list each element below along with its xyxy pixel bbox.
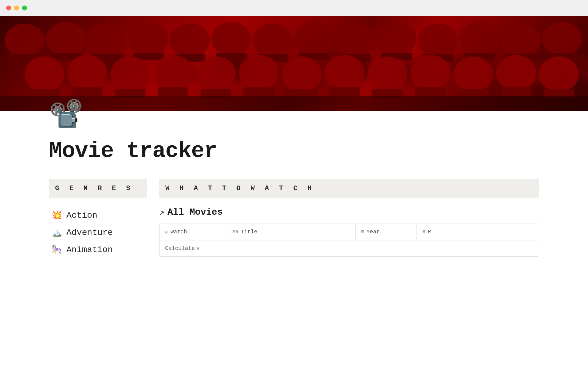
svg-point-3: [129, 22, 168, 56]
page-title: Movie tracker: [49, 139, 539, 164]
svg-point-29: [67, 55, 107, 90]
svg-point-8: [335, 24, 375, 57]
content-grid: G E N R E S 💥 Action 🏔️ Adventure 🎠 Anim…: [0, 179, 588, 258]
svg-point-9: [377, 22, 417, 56]
list-icon-rating: ≡: [422, 229, 425, 235]
genre-item-adventure[interactable]: 🏔️ Adventure: [49, 224, 147, 241]
text-field-icon: Aa: [232, 229, 238, 235]
list-icon-year: ≡: [361, 229, 364, 235]
calculate-row[interactable]: Calculate ∨: [160, 240, 539, 256]
watch-section: W H A T T O W A T C H ↗ All Movies ☑ Wat…: [159, 179, 539, 258]
svg-point-12: [501, 24, 541, 57]
svg-rect-48: [329, 87, 360, 96]
all-movies-link[interactable]: ↗ All Movies: [159, 207, 539, 217]
svg-point-39: [496, 55, 536, 90]
page-icon-area: 📽️: [0, 102, 588, 129]
svg-point-31: [153, 55, 193, 90]
maximize-button[interactable]: [22, 6, 27, 10]
page-title-area: Movie tracker: [0, 129, 588, 179]
col-rating-label: R: [428, 229, 431, 235]
svg-point-36: [368, 56, 407, 92]
calculate-label: Calculate: [165, 245, 195, 251]
table-col-rating[interactable]: ≡ R: [417, 224, 447, 240]
svg-point-10: [418, 24, 458, 57]
genre-item-action[interactable]: 💥 Action: [49, 207, 147, 224]
svg-rect-42: [72, 87, 103, 96]
svg-point-4: [170, 24, 210, 57]
checkbox-icon: ☑: [165, 229, 168, 235]
svg-point-32: [196, 56, 236, 92]
svg-point-5: [211, 22, 251, 56]
chevron-down-icon: ∨: [197, 246, 199, 251]
svg-point-35: [325, 55, 364, 90]
genres-list: 💥 Action 🏔️ Adventure 🎠 Animation: [49, 207, 147, 258]
svg-point-0: [5, 24, 44, 57]
page-icon: 📽️: [49, 102, 539, 129]
watch-section-header: W H A T T O W A T C H: [159, 179, 539, 198]
svg-point-2: [87, 24, 127, 57]
svg-point-13: [542, 22, 582, 56]
table-col-year[interactable]: ≡ Year: [356, 224, 417, 240]
table-col-title[interactable]: Aa Title: [227, 224, 356, 240]
svg-point-34: [282, 56, 322, 92]
animation-emoji: 🎠: [51, 244, 62, 255]
svg-point-33: [239, 55, 279, 90]
close-button[interactable]: [6, 6, 11, 10]
hero-banner: [0, 16, 588, 111]
movies-database-table: ☑ Watch… Aa Title ≡ Year ≡ R Calculat: [159, 224, 539, 257]
genre-label-adventure: Adventure: [66, 228, 113, 237]
genre-label-action: Action: [66, 211, 97, 220]
table-col-watched[interactable]: ☑ Watch…: [160, 224, 227, 240]
minimize-button[interactable]: [14, 6, 19, 10]
genres-column: G E N R E S 💥 Action 🏔️ Adventure 🎠 Anim…: [49, 179, 147, 258]
svg-rect-44: [158, 87, 188, 96]
genre-label-animation: Animation: [66, 245, 113, 255]
arrow-up-right-icon: ↗: [159, 207, 164, 217]
genre-item-animation[interactable]: 🎠 Animation: [49, 241, 147, 258]
svg-point-11: [459, 22, 499, 56]
all-movies-label: All Movies: [168, 207, 223, 217]
col-watched-label: Watch…: [171, 229, 190, 235]
action-emoji: 💥: [51, 210, 62, 220]
svg-point-38: [453, 56, 493, 92]
svg-point-37: [410, 55, 450, 90]
svg-point-30: [110, 56, 150, 92]
window-chrome: [0, 0, 588, 16]
svg-rect-52: [501, 87, 531, 96]
adventure-emoji: 🏔️: [51, 227, 62, 238]
svg-point-40: [539, 56, 579, 92]
col-title-label: Title: [241, 229, 257, 235]
svg-rect-46: [243, 87, 274, 96]
svg-point-1: [46, 22, 86, 56]
genres-section-header: G E N R E S: [49, 179, 147, 198]
col-year-label: Year: [367, 229, 380, 235]
svg-rect-50: [415, 87, 446, 96]
svg-point-6: [253, 24, 292, 57]
table-header-row: ☑ Watch… Aa Title ≡ Year ≡ R: [160, 224, 539, 240]
svg-point-28: [24, 56, 64, 92]
svg-point-7: [294, 22, 334, 56]
